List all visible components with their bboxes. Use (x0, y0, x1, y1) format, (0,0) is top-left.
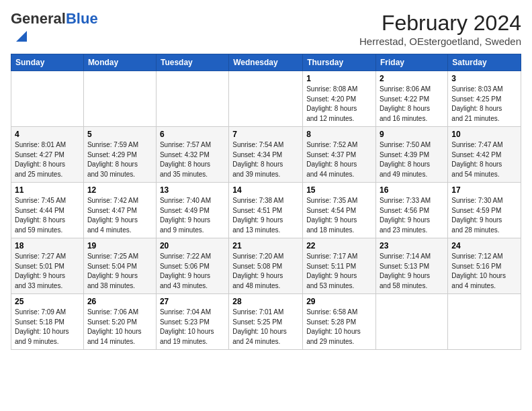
calendar-cell: 18Sunrise: 7:27 AM Sunset: 5:01 PM Dayli… (11, 238, 84, 294)
calendar-cell: 3Sunrise: 8:03 AM Sunset: 4:25 PM Daylig… (448, 71, 521, 127)
week-row-1: 1Sunrise: 8:08 AM Sunset: 4:20 PM Daylig… (11, 71, 521, 127)
calendar-cell (448, 294, 521, 350)
calendar-cell (376, 294, 448, 350)
day-detail: Sunrise: 7:30 AM Sunset: 4:59 PM Dayligh… (451, 196, 517, 235)
page-subtitle: Herrestad, OEstergoetland, Sweden (359, 36, 521, 47)
calendar-cell: 6Sunrise: 7:57 AM Sunset: 4:32 PM Daylig… (156, 127, 228, 183)
logo-general-text: General (11, 10, 66, 27)
day-detail: Sunrise: 7:25 AM Sunset: 5:04 PM Dayligh… (87, 252, 152, 291)
day-detail: Sunrise: 7:06 AM Sunset: 5:20 PM Dayligh… (87, 308, 152, 347)
calendar-cell (156, 71, 228, 127)
day-number: 26 (87, 297, 152, 306)
calendar-cell: 27Sunrise: 7:04 AM Sunset: 5:23 PM Dayli… (156, 294, 228, 350)
calendar-cell: 1Sunrise: 8:08 AM Sunset: 4:20 PM Daylig… (303, 71, 376, 127)
calendar-cell: 10Sunrise: 7:47 AM Sunset: 4:42 PM Dayli… (448, 127, 521, 183)
day-detail: Sunrise: 7:38 AM Sunset: 4:51 PM Dayligh… (232, 196, 299, 235)
calendar-cell: 11Sunrise: 7:45 AM Sunset: 4:44 PM Dayli… (11, 183, 84, 238)
calendar-cell: 28Sunrise: 7:01 AM Sunset: 5:25 PM Dayli… (229, 294, 303, 350)
day-number: 28 (232, 297, 299, 306)
day-number: 15 (306, 185, 372, 195)
day-number: 20 (160, 241, 225, 250)
day-number: 16 (380, 185, 444, 195)
day-detail: Sunrise: 7:47 AM Sunset: 4:42 PM Dayligh… (451, 140, 517, 179)
page-title: February 2024 (359, 11, 521, 36)
day-number: 24 (451, 241, 517, 250)
calendar-cell: 25Sunrise: 7:09 AM Sunset: 5:18 PM Dayli… (11, 294, 84, 350)
calendar-cell: 23Sunrise: 7:14 AM Sunset: 5:13 PM Dayli… (376, 238, 448, 294)
calendar-cell: 15Sunrise: 7:35 AM Sunset: 4:54 PM Dayli… (303, 183, 376, 238)
day-number: 25 (15, 297, 80, 306)
calendar-cell: 12Sunrise: 7:42 AM Sunset: 4:47 PM Dayli… (83, 183, 156, 238)
day-detail: Sunrise: 7:20 AM Sunset: 5:08 PM Dayligh… (232, 252, 299, 291)
day-number: 18 (15, 241, 80, 250)
calendar-cell: 21Sunrise: 7:20 AM Sunset: 5:08 PM Dayli… (229, 238, 303, 294)
day-number: 22 (306, 241, 372, 250)
day-number: 27 (160, 297, 225, 306)
logo-icon (12, 27, 31, 46)
day-number: 6 (160, 130, 225, 139)
calendar-cell: 22Sunrise: 7:17 AM Sunset: 5:11 PM Dayli… (303, 238, 376, 294)
day-number: 10 (451, 130, 517, 139)
calendar-cell (11, 71, 84, 127)
day-detail: Sunrise: 7:27 AM Sunset: 5:01 PM Dayligh… (15, 252, 80, 291)
day-number: 9 (380, 130, 444, 139)
calendar-cell: 8Sunrise: 7:52 AM Sunset: 4:37 PM Daylig… (303, 127, 376, 183)
svg-marker-0 (16, 31, 27, 42)
day-detail: Sunrise: 7:57 AM Sunset: 4:32 PM Dayligh… (160, 140, 225, 179)
day-detail: Sunrise: 8:06 AM Sunset: 4:22 PM Dayligh… (380, 85, 444, 124)
day-number: 7 (232, 130, 299, 139)
logo-blue-text: Blue (66, 10, 98, 27)
calendar-cell: 5Sunrise: 7:59 AM Sunset: 4:29 PM Daylig… (83, 127, 156, 183)
column-header-sunday: Sunday (11, 54, 84, 71)
day-detail: Sunrise: 7:14 AM Sunset: 5:13 PM Dayligh… (380, 252, 444, 291)
day-number: 17 (451, 185, 517, 195)
day-detail: Sunrise: 7:54 AM Sunset: 4:34 PM Dayligh… (232, 140, 299, 179)
day-number: 11 (15, 185, 80, 195)
day-number: 1 (306, 74, 372, 83)
calendar-cell: 7Sunrise: 7:54 AM Sunset: 4:34 PM Daylig… (229, 127, 303, 183)
day-number: 4 (15, 130, 80, 139)
calendar-table: SundayMondayTuesdayWednesdayThursdayFrid… (11, 54, 521, 350)
calendar-cell (229, 71, 303, 127)
day-detail: Sunrise: 7:22 AM Sunset: 5:06 PM Dayligh… (160, 252, 225, 291)
day-detail: Sunrise: 7:17 AM Sunset: 5:11 PM Dayligh… (306, 252, 372, 291)
day-number: 14 (232, 185, 299, 195)
week-row-4: 18Sunrise: 7:27 AM Sunset: 5:01 PM Dayli… (11, 238, 521, 294)
page-header: GeneralBlue February 2024 Herrestad, OEs… (11, 11, 521, 48)
day-number: 29 (306, 297, 372, 306)
day-number: 3 (451, 74, 517, 83)
calendar-cell: 14Sunrise: 7:38 AM Sunset: 4:51 PM Dayli… (229, 183, 303, 238)
day-detail: Sunrise: 7:33 AM Sunset: 4:56 PM Dayligh… (380, 196, 444, 235)
day-detail: Sunrise: 7:42 AM Sunset: 4:47 PM Dayligh… (87, 196, 152, 235)
day-detail: Sunrise: 7:45 AM Sunset: 4:44 PM Dayligh… (15, 196, 80, 235)
calendar-cell: 4Sunrise: 8:01 AM Sunset: 4:27 PM Daylig… (11, 127, 84, 183)
day-detail: Sunrise: 8:03 AM Sunset: 4:25 PM Dayligh… (451, 85, 517, 124)
day-number: 23 (380, 241, 444, 250)
calendar-cell: 19Sunrise: 7:25 AM Sunset: 5:04 PM Dayli… (83, 238, 156, 294)
calendar-cell: 16Sunrise: 7:33 AM Sunset: 4:56 PM Dayli… (376, 183, 448, 238)
day-number: 2 (380, 74, 444, 83)
day-number: 12 (87, 185, 152, 195)
calendar-cell (83, 71, 156, 127)
column-header-friday: Friday (376, 54, 448, 71)
calendar-body: 1Sunrise: 8:08 AM Sunset: 4:20 PM Daylig… (11, 71, 521, 350)
title-block: February 2024 Herrestad, OEstergoetland,… (359, 11, 521, 47)
day-detail: Sunrise: 8:01 AM Sunset: 4:27 PM Dayligh… (15, 140, 80, 179)
logo: GeneralBlue (11, 11, 98, 48)
day-detail: Sunrise: 7:50 AM Sunset: 4:39 PM Dayligh… (380, 140, 444, 179)
column-header-thursday: Thursday (303, 54, 376, 71)
column-header-saturday: Saturday (448, 54, 521, 71)
calendar-cell: 26Sunrise: 7:06 AM Sunset: 5:20 PM Dayli… (83, 294, 156, 350)
day-number: 13 (160, 185, 225, 195)
day-detail: Sunrise: 7:40 AM Sunset: 4:49 PM Dayligh… (160, 196, 225, 235)
column-header-tuesday: Tuesday (156, 54, 228, 71)
calendar-cell: 9Sunrise: 7:50 AM Sunset: 4:39 PM Daylig… (376, 127, 448, 183)
week-row-2: 4Sunrise: 8:01 AM Sunset: 4:27 PM Daylig… (11, 127, 521, 183)
calendar-cell: 2Sunrise: 8:06 AM Sunset: 4:22 PM Daylig… (376, 71, 448, 127)
day-detail: Sunrise: 7:12 AM Sunset: 5:16 PM Dayligh… (451, 252, 517, 291)
day-detail: Sunrise: 8:08 AM Sunset: 4:20 PM Dayligh… (306, 85, 372, 124)
column-header-wednesday: Wednesday (229, 54, 303, 71)
week-row-5: 25Sunrise: 7:09 AM Sunset: 5:18 PM Dayli… (11, 294, 521, 350)
week-row-3: 11Sunrise: 7:45 AM Sunset: 4:44 PM Dayli… (11, 183, 521, 238)
day-detail: Sunrise: 7:04 AM Sunset: 5:23 PM Dayligh… (160, 308, 225, 347)
